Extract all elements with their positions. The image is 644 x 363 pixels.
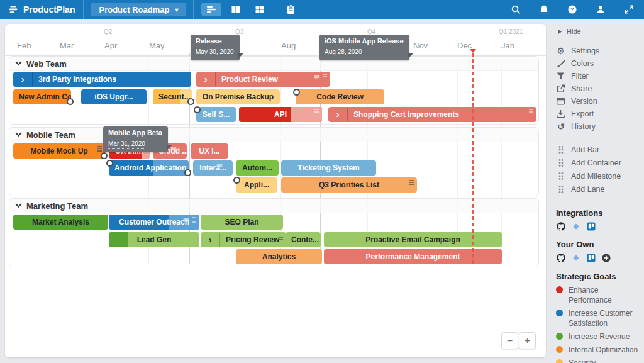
bar-ios-upgr[interactable]: iOS Upgr... bbox=[81, 89, 147, 104]
dependency-connector[interactable] bbox=[233, 177, 240, 184]
user-icon[interactable] bbox=[596, 4, 606, 14]
bar-proactive-email-campaign[interactable]: Proactive Email Campaign bbox=[324, 232, 502, 247]
menu-add-milestone[interactable]: Add Milestone bbox=[556, 169, 643, 182]
bar-performance-management[interactable]: Performance Management bbox=[324, 249, 502, 264]
quarter-label: Q2 bbox=[104, 28, 112, 35]
integrations-section: Integrations bbox=[556, 208, 643, 232]
tool-share[interactable]: Share bbox=[556, 82, 643, 95]
bar-mobile-mock-up[interactable]: Mobile Mock Up bbox=[13, 143, 105, 159]
bar-autom[interactable]: Autom... bbox=[236, 160, 279, 176]
bar-new-admin-cons[interactable]: New Admin Cons... bbox=[13, 89, 71, 104]
lane-header[interactable]: Mobile Team bbox=[9, 128, 538, 142]
tool-history[interactable]: ↺History bbox=[556, 120, 643, 133]
search-icon[interactable] bbox=[511, 4, 521, 14]
dependency-connector[interactable] bbox=[187, 98, 194, 105]
milestone-flag[interactable]: iOS Mobile App ReleaseAug 28, 2020 bbox=[319, 35, 409, 60]
bar-intera[interactable]: Intera... bbox=[193, 160, 233, 176]
bar-lead-gen[interactable]: Lead Gen bbox=[109, 232, 199, 247]
milestone-flag[interactable]: Mobile App BetaMar 31, 2020 bbox=[103, 126, 168, 152]
month-label: Apr bbox=[104, 41, 117, 50]
menu-add-lane[interactable]: Add Lane bbox=[556, 182, 643, 196]
expand-icon[interactable] bbox=[624, 4, 634, 14]
comment-icon[interactable] bbox=[216, 162, 223, 170]
view-timeline-button[interactable] bbox=[201, 3, 221, 16]
container-3rd-party-integrations[interactable]: ›3rd Party Integrations bbox=[13, 72, 191, 87]
help-icon[interactable]: ? bbox=[567, 4, 577, 14]
expand-chevron-icon[interactable]: › bbox=[328, 108, 348, 121]
drag-grip-icon[interactable] bbox=[409, 180, 414, 186]
drag-grip-icon[interactable] bbox=[314, 109, 319, 115]
goal-increase-revenue[interactable]: Increase Revenue bbox=[556, 332, 643, 342]
bar-label: Product Review bbox=[216, 75, 330, 84]
expand-chevron-icon[interactable]: › bbox=[196, 72, 216, 86]
drag-grip-icon[interactable] bbox=[529, 109, 533, 115]
dependency-connector[interactable] bbox=[184, 169, 191, 176]
tool-settings[interactable]: ⚙Settings bbox=[556, 45, 643, 57]
dependency-connector[interactable] bbox=[106, 160, 113, 167]
drag-grip-icon[interactable] bbox=[97, 146, 102, 152]
goal-enhance-performance[interactable]: Enhance Performance bbox=[556, 285, 643, 305]
tool-colors[interactable]: Colors bbox=[556, 57, 643, 70]
bar-ux-i[interactable]: UX I... bbox=[191, 143, 228, 159]
bar-customer-outreach[interactable]: Customer Outreach bbox=[109, 215, 199, 230]
diamond-icon[interactable] bbox=[571, 221, 581, 232]
bar-self-s[interactable]: Self S... bbox=[196, 107, 236, 122]
goal-increase-customer-satisfaction[interactable]: Increase Customer Satisfaction bbox=[556, 308, 643, 328]
plus-icon[interactable] bbox=[601, 253, 611, 263]
tool-version[interactable]: Version bbox=[556, 95, 643, 108]
bar-label: Autom... bbox=[236, 164, 279, 172]
bar-q3-priorities-list[interactable]: Q3 Priorities List bbox=[281, 177, 417, 193]
drag-grip-icon[interactable] bbox=[323, 74, 327, 80]
milestone-flag[interactable]: ReleaseMay 30, 2020 bbox=[191, 35, 240, 60]
container-product-review[interactable]: ›Product Review bbox=[196, 72, 330, 87]
goal-internal-optimization[interactable]: Internal Optimization bbox=[556, 345, 643, 355]
trello-icon[interactable] bbox=[586, 221, 596, 232]
dependency-connector[interactable] bbox=[101, 152, 108, 159]
expand-chevron-icon[interactable]: › bbox=[13, 72, 33, 86]
bar-securit[interactable]: Securit... bbox=[153, 89, 192, 104]
bar-android-application[interactable]: Android Application bbox=[109, 160, 189, 176]
bar-conte[interactable]: Conte... bbox=[286, 232, 321, 247]
tool-filter[interactable]: Filter bbox=[556, 70, 643, 82]
bar-on-premise-backup[interactable]: On Premise Backup bbox=[196, 89, 280, 104]
menu-add-container[interactable]: Add Container bbox=[556, 156, 643, 169]
document-title-dropdown[interactable]: Product Roadmap ▾ bbox=[91, 3, 186, 16]
bar-code-review[interactable]: Code Review bbox=[296, 89, 384, 104]
zoom-out-button[interactable]: − bbox=[501, 332, 518, 349]
hide-sidebar-button[interactable]: Hide bbox=[557, 28, 643, 35]
goal-security-improvements[interactable]: Security Improvements bbox=[556, 358, 643, 363]
bar-api[interactable]: API bbox=[239, 107, 322, 122]
productplan-brand[interactable]: ProductPlan bbox=[0, 4, 83, 14]
top-navigation-bar: ProductPlan Product Roadmap ▾ ? bbox=[0, 0, 644, 19]
menu-add-bar[interactable]: Add Bar bbox=[556, 143, 643, 156]
bell-icon[interactable] bbox=[539, 4, 549, 14]
dependency-connector[interactable] bbox=[194, 106, 201, 113]
lane-header[interactable]: Web Team bbox=[9, 57, 538, 71]
diamond-icon[interactable] bbox=[571, 253, 581, 263]
container-shopping-cart-improvements[interactable]: ›Shopping Cart Improvements bbox=[328, 107, 536, 122]
drag-grip-icon[interactable] bbox=[192, 217, 196, 223]
comment-icon[interactable] bbox=[314, 73, 320, 82]
drag-grip-icon[interactable] bbox=[279, 235, 283, 240]
tool-export[interactable]: Export bbox=[556, 108, 643, 120]
bar-label: Shopping Cart Improvements bbox=[348, 110, 536, 119]
expand-chevron-icon[interactable]: › bbox=[201, 233, 220, 247]
comment-icon[interactable] bbox=[183, 216, 189, 225]
bar-market-analysis[interactable]: Market Analysis bbox=[13, 215, 108, 230]
bar-label: Conte... bbox=[286, 235, 321, 244]
bar-ticketing-system[interactable]: Ticketing System bbox=[281, 160, 376, 176]
bar-seo-plan[interactable]: SEO Plan bbox=[201, 215, 283, 230]
dependency-connector[interactable] bbox=[293, 89, 300, 96]
github-icon[interactable] bbox=[556, 253, 566, 263]
notes-clipboard-button[interactable] bbox=[277, 4, 304, 14]
view-grid-button[interactable] bbox=[250, 3, 269, 16]
trello-icon[interactable] bbox=[586, 253, 596, 263]
view-columns-button[interactable] bbox=[226, 3, 245, 16]
github-icon[interactable] bbox=[556, 221, 566, 232]
bar-analytics[interactable]: Analytics bbox=[236, 249, 322, 264]
lane-header[interactable]: Marketing Team bbox=[9, 199, 538, 213]
container-pricing-review[interactable]: ›Pricing Review bbox=[201, 232, 286, 247]
bar-appli[interactable]: Appli... bbox=[236, 177, 277, 193]
dependency-connector[interactable] bbox=[67, 98, 74, 105]
zoom-in-button[interactable]: + bbox=[519, 332, 536, 349]
